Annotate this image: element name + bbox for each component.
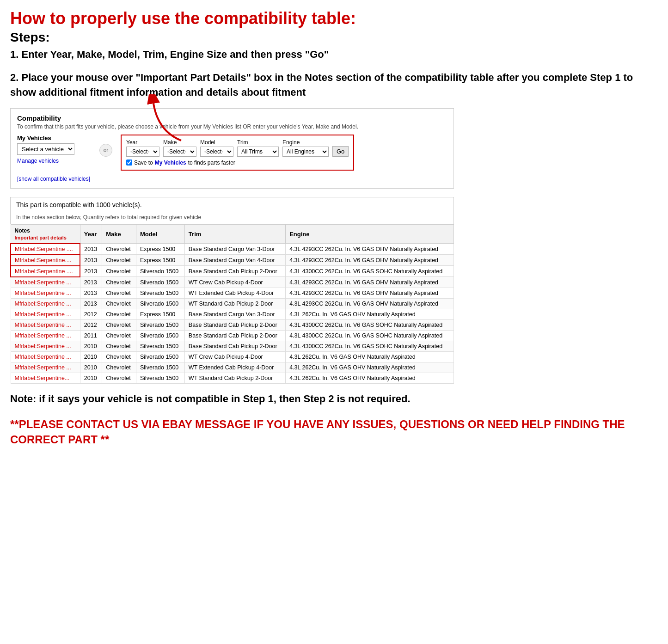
my-vehicles-label: My Vehicles — [17, 135, 91, 141]
table-row: Mfrlabel:Serpentine ....2013ChevroletExp… — [11, 244, 454, 255]
year-cell: 2013 — [80, 266, 102, 277]
model-cell: Silverado 1500 — [136, 298, 184, 309]
make-cell: Chevrolet — [102, 266, 136, 277]
engine-cell: 4.3L 262Cu. In. V6 GAS OHV Naturally Asp… — [286, 351, 454, 362]
engine-cell: 4.3L 4300CC 262Cu. In. V6 GAS SOHC Natur… — [286, 266, 454, 277]
model-select[interactable]: -Select- — [200, 147, 233, 157]
year-cell: 2011 — [80, 330, 102, 341]
make-cell: Chevrolet — [102, 330, 136, 341]
make-cell: Chevrolet — [102, 373, 136, 383]
engine-cell: 4.3L 4293CC 262Cu. In. V6 GAS OHV Natura… — [286, 298, 454, 309]
compat-title: Compatibility — [17, 114, 447, 122]
col-header-trim: Trim — [184, 224, 285, 244]
model-cell: Express 1500 — [136, 244, 184, 255]
steps-heading: Steps: — [10, 30, 658, 45]
year-cell: 2010 — [80, 341, 102, 351]
model-label: Model — [200, 139, 233, 146]
model-cell: Silverado 1500 — [136, 362, 184, 373]
year-cell: 2013 — [80, 255, 102, 266]
main-title: How to properly use the compatibility ta… — [10, 8, 658, 28]
model-cell: Silverado 1500 — [136, 373, 184, 383]
col-header-notes: Notes Important part details — [11, 224, 80, 244]
notes-header-label: Notes — [15, 227, 30, 234]
model-cell: Silverado 1500 — [136, 288, 184, 298]
vehicle-select[interactable]: Select a vehicle — [17, 143, 74, 155]
notes-cell: Mfrlabel:Serpentine.... — [11, 255, 80, 266]
trim-label: Trim — [237, 139, 279, 146]
table-row: Mfrlabel:Serpentine ...2010ChevroletSilv… — [11, 341, 454, 351]
compat-subtitle: To confirm that this part fits your vehi… — [17, 123, 447, 130]
save-text: Save to — [134, 159, 153, 166]
engine-cell: 4.3L 262Cu. In. V6 GAS OHV Naturally Asp… — [286, 309, 454, 319]
trim-field: Trim All Trims — [237, 139, 279, 157]
show-all-link[interactable]: [show all compatible vehicles] — [17, 176, 90, 182]
table-row: Mfrlabel:Serpentine....2013ChevroletExpr… — [11, 255, 454, 266]
trim-cell: Base Standard Cargo Van 4-Door — [184, 255, 285, 266]
go-button[interactable]: Go — [332, 146, 349, 157]
model-cell: Silverado 1500 — [136, 351, 184, 362]
trim-cell: Base Standard Cab Pickup 2-Door — [184, 341, 285, 351]
make-cell: Chevrolet — [102, 341, 136, 351]
model-field: Model -Select- — [200, 139, 233, 157]
make-cell: Chevrolet — [102, 309, 136, 319]
trim-cell: Base Standard Cargo Van 3-Door — [184, 244, 285, 255]
engine-cell: 4.3L 4300CC 262Cu. In. V6 GAS SOHC Natur… — [286, 341, 454, 351]
trim-select[interactable]: All Trims — [237, 147, 279, 157]
trim-cell: Base Standard Cab Pickup 2-Door — [184, 266, 285, 277]
step2-text: 2. Place your mouse over "Important Part… — [10, 70, 658, 100]
model-cell: Silverado 1500 — [136, 266, 184, 277]
manage-vehicles-link[interactable]: Manage vehicles — [17, 158, 91, 164]
notes-cell: Mfrlabel:Serpentine .... — [11, 244, 80, 255]
or-divider: or — [99, 144, 112, 157]
save-row: Save to My Vehicles to finds parts faste… — [126, 159, 349, 166]
notes-cell: Mfrlabel:Serpentine ... — [11, 298, 80, 309]
make-cell: Chevrolet — [102, 244, 136, 255]
year-cell: 2010 — [80, 351, 102, 362]
year-cell: 2012 — [80, 319, 102, 330]
engine-select[interactable]: All Engines — [282, 147, 329, 157]
note-text: Note: if it says your vehicle is not com… — [10, 392, 658, 406]
my-vehicles-link[interactable]: My Vehicles — [155, 159, 186, 166]
make-cell: Chevrolet — [102, 277, 136, 288]
model-cell: Express 1500 — [136, 309, 184, 319]
trim-cell: Base Standard Cab Pickup 2-Door — [184, 319, 285, 330]
trim-cell: WT Extended Cab Pickup 4-Door — [184, 362, 285, 373]
engine-cell: 4.3L 262Cu. In. V6 GAS OHV Naturally Asp… — [286, 362, 454, 373]
notes-cell: Mfrlabel:Serpentine ... — [11, 288, 80, 298]
make-cell: Chevrolet — [102, 351, 136, 362]
table-row: Mfrlabel:Serpentine ...2012ChevroletSilv… — [11, 319, 454, 330]
table-row: Mfrlabel:Serpentine...2010ChevroletSilve… — [11, 373, 454, 383]
table-row: Mfrlabel:Serpentine ...2013ChevroletSilv… — [11, 288, 454, 298]
model-cell: Express 1500 — [136, 255, 184, 266]
year-cell: 2012 — [80, 309, 102, 319]
red-arrow-icon — [144, 94, 195, 150]
save-checkbox[interactable] — [126, 159, 132, 166]
notes-cell: Mfrlabel:Serpentine ... — [11, 330, 80, 341]
notes-cell: Mfrlabel:Serpentine ... — [11, 277, 80, 288]
model-cell: Silverado 1500 — [136, 319, 184, 330]
notes-cell: Mfrlabel:Serpentine ... — [11, 309, 80, 319]
engine-cell: 4.3L 4300CC 262Cu. In. V6 GAS SOHC Natur… — [286, 330, 454, 341]
my-vehicles-section: My Vehicles Select a vehicle Manage vehi… — [17, 135, 91, 183]
year-cell: 2010 — [80, 362, 102, 373]
compat-count-bar: This part is compatible with 1000 vehicl… — [10, 197, 454, 212]
engine-cell: 4.3L 4293CC 262Cu. In. V6 GAS OHV Natura… — [286, 244, 454, 255]
year-cell: 2013 — [80, 277, 102, 288]
notes-cell: Mfrlabel:Serpentine ... — [11, 319, 80, 330]
engine-cell: 4.3L 4293CC 262Cu. In. V6 GAS OHV Natura… — [286, 288, 454, 298]
contact-text: **PLEASE CONTACT US VIA EBAY MESSAGE IF … — [10, 417, 658, 448]
make-cell: Chevrolet — [102, 362, 136, 373]
trim-cell: WT Crew Cab Pickup 4-Door — [184, 277, 285, 288]
table-row: Mfrlabel:Serpentine ....2013ChevroletSil… — [11, 266, 454, 277]
table-row: Mfrlabel:Serpentine ...2010ChevroletSilv… — [11, 351, 454, 362]
col-header-engine: Engine — [286, 224, 454, 244]
year-cell: 2013 — [80, 298, 102, 309]
quantity-note: In the notes section below, Quantity ref… — [10, 212, 454, 224]
col-header-year: Year — [80, 224, 102, 244]
table-row: Mfrlabel:Serpentine ...2013ChevroletSilv… — [11, 277, 454, 288]
engine-field: Engine All Engines — [282, 139, 329, 157]
trim-cell: Base Standard Cargo Van 3-Door — [184, 309, 285, 319]
make-cell: Chevrolet — [102, 298, 136, 309]
compatibility-table: Notes Important part details Year Make M… — [10, 224, 454, 384]
engine-cell: 4.3L 4293CC 262Cu. In. V6 GAS OHV Natura… — [286, 277, 454, 288]
